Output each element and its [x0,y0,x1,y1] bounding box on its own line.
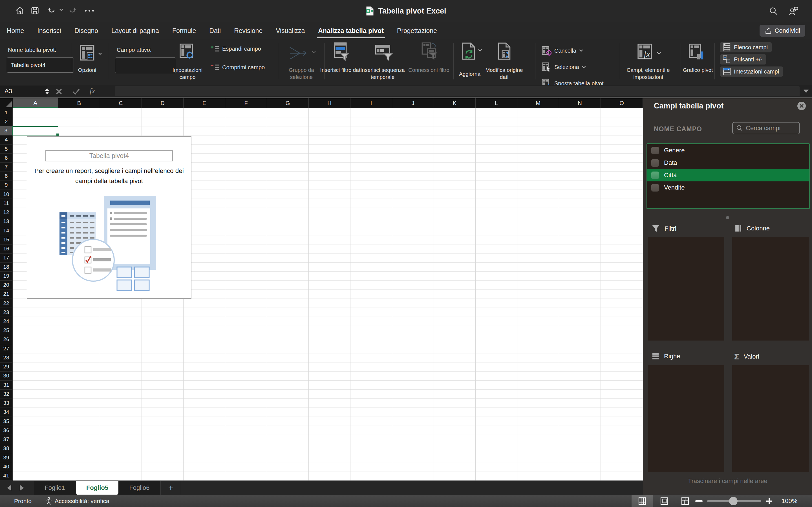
row-header-37[interactable]: 37 [0,435,13,444]
fields-items-button[interactable]: fx [636,43,655,61]
ribbon-tab-dati[interactable]: Dati [209,22,221,40]
row-header-28[interactable]: 28 [0,353,13,362]
accessibility-status[interactable]: Accessibilità: verifica [45,497,109,505]
row-header-1[interactable]: 1 [0,108,13,117]
ribbon-tab-home[interactable]: Home [7,22,24,40]
row-header-4[interactable]: 4 [0,135,13,145]
row-header-8[interactable]: 8 [0,172,13,181]
row-header-30[interactable]: 30 [0,372,13,381]
column-header-J[interactable]: J [392,98,434,108]
row-header-14[interactable]: 14 [0,226,13,235]
zoom-in-button[interactable] [766,498,772,504]
field-item-città[interactable]: Città [647,169,809,181]
column-header-F[interactable]: F [225,98,267,108]
row-header-5[interactable]: 5 [0,145,13,154]
change-source-button[interactable] [495,42,513,62]
collapse-field-button[interactable]: Comprimi campo [210,64,265,71]
field-search-box[interactable]: Cerca campi [732,122,800,134]
select-button[interactable]: Seleziona [541,62,586,72]
options-button[interactable] [78,43,96,62]
select-all-corner[interactable] [0,98,13,108]
sheet-tab-foglio1[interactable]: Foglio1 [34,481,76,495]
row-header-33[interactable]: 33 [0,399,13,408]
column-header-L[interactable]: L [476,98,517,108]
insert-slicer-label[interactable]: Inserisci filtro dati [320,66,362,73]
rows-dropzone[interactable] [648,365,724,472]
insert-timeline-button[interactable] [374,43,393,62]
column-header-K[interactable]: K [434,98,476,108]
row-header-6[interactable]: 6 [0,154,13,163]
column-header-N[interactable]: N [559,98,601,108]
column-header-A[interactable]: A [13,98,58,108]
row-header-26[interactable]: 26 [0,335,13,344]
column-header-H[interactable]: H [309,98,350,108]
row-header-36[interactable]: 36 [0,426,13,435]
confirm-entry-icon[interactable] [72,88,80,95]
clear-button[interactable]: Cancella [541,46,583,56]
active-field-input[interactable] [115,57,176,73]
field-settings-button[interactable] [178,43,196,61]
ribbon-tab-progettazione[interactable]: Progettazione [397,22,437,40]
row-header-3[interactable]: 3 [0,126,13,135]
add-sheet-button[interactable]: + [161,481,181,495]
row-header-2[interactable]: 2 [0,117,13,126]
row-header-15[interactable]: 15 [0,235,13,244]
row-header-17[interactable]: 17 [0,253,13,263]
field-checkbox-città[interactable] [651,172,659,179]
row-header-21[interactable]: 21 [0,290,13,299]
ribbon-tab-layout-di-pagina[interactable]: Layout di pagina [111,22,159,40]
filters-dropzone[interactable] [648,237,724,341]
row-header-12[interactable]: 12 [0,208,13,217]
row-header-29[interactable]: 29 [0,362,13,372]
row-header-13[interactable]: 13 [0,217,13,226]
selected-cell[interactable] [13,126,58,135]
field-headers-toggle[interactable]: Intestazioni campi [720,66,783,76]
name-box[interactable]: A3 [0,86,47,97]
fields-items-label[interactable]: Campi, elementi e impostazioni [622,66,674,80]
refresh-button[interactable] [460,42,477,62]
zoom-out-button[interactable] [695,500,703,502]
refresh-chevron-icon[interactable] [478,49,482,52]
row-header-7[interactable]: 7 [0,163,13,172]
row-header-20[interactable]: 20 [0,281,13,290]
column-header-B[interactable]: B [58,98,100,108]
plus-minus-buttons-toggle[interactable]: Pulsanti +/- [720,54,766,64]
sheet-nav-next-icon[interactable] [19,485,25,491]
row-header-18[interactable]: 18 [0,263,13,272]
options-label[interactable]: Opzioni [71,66,103,73]
column-header-M[interactable]: M [517,98,559,108]
row-header-16[interactable]: 16 [0,244,13,253]
field-item-data[interactable]: Data [647,157,809,169]
field-checkbox-data[interactable] [651,159,659,167]
field-list-toggle[interactable]: Elenco campi [720,42,772,52]
field-item-vendite[interactable]: Vendite [647,181,809,194]
formula-input[interactable] [115,86,800,96]
field-checkbox-genere[interactable] [651,147,659,154]
column-header-C[interactable]: C [100,98,142,108]
row-header-40[interactable]: 40 [0,462,13,471]
row-header-25[interactable]: 25 [0,326,13,335]
insert-slicer-button[interactable] [332,42,350,62]
column-header-D[interactable]: D [142,98,184,108]
sheet-nav-prev-icon[interactable] [6,485,12,491]
page-break-view-button[interactable] [674,495,696,507]
pane-splitter-handle[interactable] [726,216,729,219]
row-header-39[interactable]: 39 [0,453,13,462]
options-chevron-icon[interactable] [98,52,102,55]
zoom-slider-handle[interactable] [729,497,738,505]
values-dropzone[interactable] [732,365,809,472]
fields-items-chevron-icon[interactable] [657,52,661,55]
row-header-35[interactable]: 35 [0,417,13,426]
people-icon[interactable] [788,6,799,16]
column-header-I[interactable]: I [350,98,392,108]
share-button[interactable]: Condividi [760,25,806,37]
ribbon-tab-visualizza[interactable]: Visualizza [276,22,305,40]
row-header-34[interactable]: 34 [0,408,13,417]
column-header-G[interactable]: G [267,98,309,108]
pivot-chart-button[interactable] [688,43,707,61]
row-header-24[interactable]: 24 [0,317,13,326]
row-header-38[interactable]: 38 [0,444,13,453]
fill-handle[interactable] [56,133,59,136]
ribbon-tab-formule[interactable]: Formule [172,22,196,40]
row-header-23[interactable]: 23 [0,308,13,317]
